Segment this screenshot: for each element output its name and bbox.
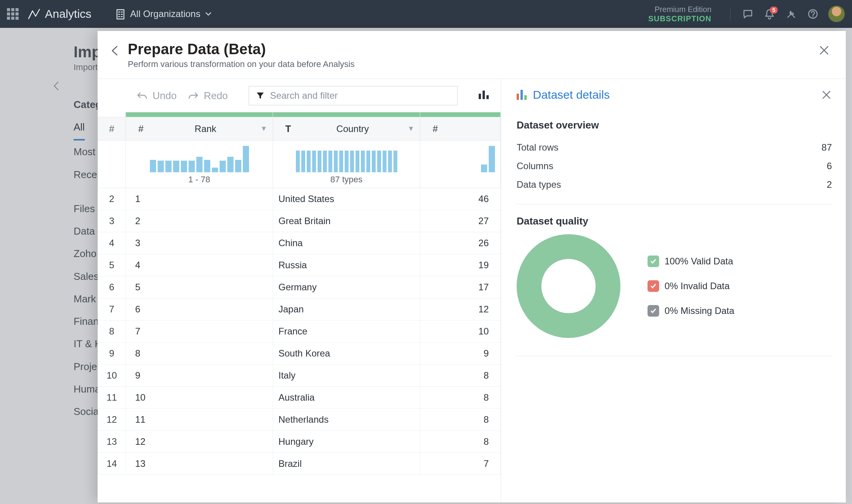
panel-back-icon[interactable] — [109, 45, 121, 57]
cell-rank: 13 — [126, 453, 273, 475]
undo-label: Undo — [153, 90, 177, 102]
table-row[interactable]: 32Great Britain27 — [98, 210, 501, 232]
cell-country: Japan — [273, 298, 420, 321]
col-value-type-icon: # — [426, 123, 445, 134]
notifications-icon[interactable]: 5 — [763, 7, 776, 21]
histogram-toggle-icon[interactable] — [478, 90, 490, 101]
table-row[interactable]: 76Japan12 — [98, 298, 501, 321]
col-rank-label: Rank — [155, 123, 256, 134]
cell-country: Netherlands — [273, 409, 420, 431]
kv-total-rows: Total rows 87 — [517, 138, 832, 157]
cell-value: 9 — [420, 343, 501, 365]
col-country-type-icon: T — [278, 123, 298, 134]
cell-rank: 10 — [126, 387, 273, 409]
notification-badge: 5 — [770, 7, 778, 14]
cell-country: Italy — [273, 365, 420, 387]
redo-button[interactable]: Redo — [187, 90, 228, 102]
edition-line1: Premium Edition — [648, 5, 711, 14]
chevron-down-icon[interactable]: ▼ — [407, 125, 414, 133]
search-filter-box[interactable] — [249, 86, 458, 105]
search-input[interactable] — [270, 90, 450, 101]
separator — [730, 7, 730, 21]
close-icon[interactable] — [818, 44, 830, 57]
cell-rownum: 12 — [98, 409, 126, 431]
cell-value: 46 — [420, 188, 501, 210]
apps-launcher-icon[interactable] — [7, 8, 19, 20]
country-hist-caption: 87 types — [278, 172, 414, 185]
table-row[interactable]: 1413Brazil7 — [98, 453, 501, 475]
dataset-details-pane: Dataset details Dataset overview Total r… — [501, 79, 846, 502]
histogram-row: 1 - 78 — [98, 141, 501, 188]
col-value-header[interactable]: # — [420, 117, 501, 141]
cell-country: United States — [273, 188, 420, 210]
quality-donut-chart — [517, 234, 620, 338]
rownum-header: # — [98, 117, 126, 141]
cell-value: 8 — [420, 409, 501, 431]
table-row[interactable]: 1110Australia8 — [98, 387, 501, 409]
col-rank-header[interactable]: # Rank ▼ — [126, 117, 273, 141]
cell-rownum: 6 — [98, 276, 126, 298]
grid-toolbar: Undo Redo — [98, 79, 501, 112]
cell-country: Great Britain — [273, 210, 420, 232]
cell-rownum: 4 — [98, 232, 126, 254]
details-icon — [517, 90, 527, 100]
chevron-down-icon[interactable]: ▼ — [260, 125, 267, 133]
table-row[interactable]: 65Germany17 — [98, 276, 501, 298]
chat-icon[interactable] — [741, 7, 754, 21]
redo-label: Redo — [204, 90, 228, 102]
edition-info[interactable]: Premium Edition SUBSCRIPTION — [648, 5, 719, 23]
cell-country: Germany — [273, 276, 420, 298]
svg-point-2 — [812, 16, 814, 17]
cell-rownum: 14 — [98, 453, 126, 475]
quality-bar-row — [98, 112, 501, 117]
check-icon — [648, 305, 659, 317]
table-row[interactable]: 21United States46 — [98, 188, 501, 210]
product-name: Analytics — [45, 7, 91, 21]
value-histogram[interactable] — [420, 141, 501, 188]
tools-icon[interactable] — [785, 7, 798, 21]
kv-datatypes: Data types 2 — [517, 175, 832, 194]
table-row[interactable]: 54Russia19 — [98, 254, 501, 276]
quality-legend: 100% Valid Data 0% Invalid Data 0% Missi… — [648, 255, 734, 317]
cell-country: Russia — [273, 254, 420, 276]
avatar[interactable] — [828, 5, 845, 22]
panel-header: Prepare Data (Beta) Perform various tran… — [98, 31, 846, 79]
svg-rect-4 — [483, 91, 485, 99]
cell-country: South Korea — [273, 343, 420, 365]
bg-cat-all[interactable]: All — [74, 116, 85, 141]
check-icon — [648, 280, 659, 292]
undo-button[interactable]: Undo — [136, 90, 177, 102]
cell-rownum: 10 — [98, 365, 126, 387]
help-icon[interactable] — [806, 7, 819, 21]
cell-rownum: 13 — [98, 431, 126, 453]
table-row[interactable]: 87France10 — [98, 321, 501, 343]
cell-value: 7 — [420, 453, 501, 475]
building-icon — [115, 8, 125, 20]
quality-heading: Dataset quality — [517, 215, 832, 227]
cell-rownum: 8 — [98, 321, 126, 343]
header-row: # # Rank ▼ T C — [98, 117, 501, 141]
svg-rect-3 — [479, 94, 481, 99]
check-icon — [648, 255, 659, 267]
cell-rownum: 3 — [98, 210, 126, 232]
country-histogram[interactable]: 87 types — [273, 141, 420, 188]
bg-cat-header: Categories — [74, 93, 101, 116]
table-row[interactable]: 1312Hungary8 — [98, 431, 501, 453]
table-row[interactable]: 109Italy8 — [98, 365, 501, 387]
analytics-logo-icon — [27, 7, 41, 21]
legend-valid: 100% Valid Data — [648, 255, 734, 267]
cell-value: 10 — [420, 321, 501, 343]
product-logo[interactable]: Analytics — [27, 7, 91, 21]
chevron-left-icon[interactable] — [51, 81, 62, 91]
col-country-header[interactable]: T Country ▼ — [273, 117, 420, 141]
org-selector[interactable]: All Organizations — [115, 8, 212, 20]
table-row[interactable]: 1211Netherlands8 — [98, 409, 501, 431]
table-row[interactable]: 43China26 — [98, 232, 501, 254]
close-icon[interactable] — [821, 89, 832, 100]
details-title: Dataset details — [533, 88, 610, 101]
cell-value: 8 — [420, 365, 501, 387]
cell-value: 17 — [420, 276, 501, 298]
cell-value: 8 — [420, 431, 501, 453]
rank-histogram[interactable]: 1 - 78 — [126, 141, 273, 188]
table-row[interactable]: 98South Korea9 — [98, 343, 501, 365]
